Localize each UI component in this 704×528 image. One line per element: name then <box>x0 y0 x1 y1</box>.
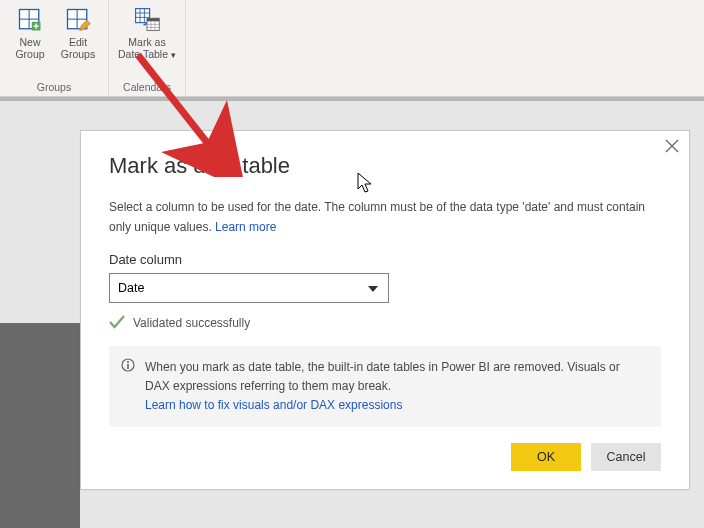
validation-text: Validated successfully <box>133 316 250 330</box>
ribbon-group-label: Calendars <box>123 79 171 96</box>
edit-groups-button[interactable]: Edit Groups <box>54 4 102 79</box>
mark-as-date-table-dialog: Mark as date table Select a column to be… <box>80 130 690 490</box>
ok-button[interactable]: OK <box>511 443 581 471</box>
date-column-label: Date column <box>109 252 661 267</box>
svg-rect-24 <box>127 364 129 369</box>
info-box: When you mark as date table, the built-i… <box>109 346 661 428</box>
date-table-icon <box>133 6 161 34</box>
svg-rect-15 <box>147 18 159 21</box>
dialog-buttons: OK Cancel <box>109 443 661 471</box>
date-column-select[interactable]: Date <box>109 273 389 303</box>
close-icon <box>665 139 679 153</box>
ribbon-button-label: New <box>19 36 40 48</box>
ribbon-group-calendars: Mark as Date Table ▾ Calendars <box>109 0 186 96</box>
chevron-down-icon: ▾ <box>171 50 176 60</box>
ribbon-group-groups: New Group Edit Groups <box>0 0 109 96</box>
side-panel <box>0 323 80 528</box>
dialog-description-text: Select a column to be used for the date.… <box>109 200 645 234</box>
ribbon: New Group Edit Groups <box>0 0 704 97</box>
ribbon-button-label: Group <box>15 48 44 60</box>
validation-status: Validated successfully <box>109 315 661 332</box>
ribbon-button-label: Groups <box>61 48 95 60</box>
ribbon-button-label: Edit <box>69 36 87 48</box>
ribbon-button-label: Mark as <box>128 36 165 48</box>
new-group-button[interactable]: New Group <box>6 4 54 79</box>
info-text: When you mark as date table, the built-i… <box>145 360 620 393</box>
info-icon <box>121 358 135 378</box>
cancel-button[interactable]: Cancel <box>591 443 661 471</box>
close-button[interactable] <box>665 139 679 157</box>
select-value: Date <box>118 281 144 295</box>
ribbon-button-label: Date Table <box>118 48 168 60</box>
chevron-down-icon <box>368 281 378 295</box>
new-group-icon <box>16 6 44 34</box>
dialog-title: Mark as date table <box>109 153 661 179</box>
info-link[interactable]: Learn how to fix visuals and/or DAX expr… <box>145 398 402 412</box>
ribbon-group-label: Groups <box>37 79 71 96</box>
dialog-description: Select a column to be used for the date.… <box>109 197 661 238</box>
mark-as-date-table-button[interactable]: Mark as Date Table ▾ <box>115 4 179 79</box>
svg-point-23 <box>127 361 129 363</box>
learn-more-link[interactable]: Learn more <box>215 220 276 234</box>
edit-groups-icon <box>64 6 92 34</box>
check-icon <box>109 315 125 332</box>
